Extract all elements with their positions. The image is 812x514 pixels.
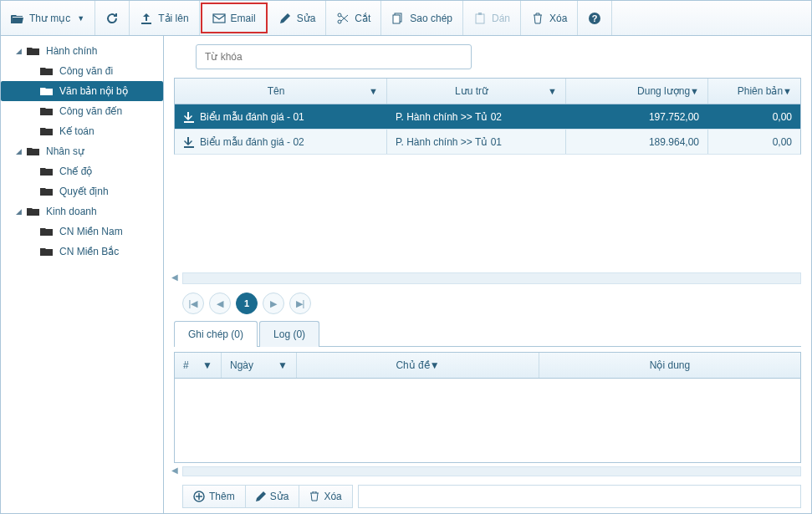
notes-col-date[interactable]: Ngày▼ [222, 353, 297, 378]
column-header-size[interactable]: Dung lượng▼ [566, 79, 708, 104]
pager-page-button[interactable]: 1 [236, 293, 258, 314]
svg-point-1 [338, 20, 341, 23]
folder-icon [26, 145, 41, 157]
folder-icon [39, 85, 54, 97]
notes-col-index[interactable]: #▼ [175, 353, 222, 378]
tree-node-van-ban-noi-bo[interactable]: Văn bản nội bộ [1, 81, 163, 101]
tree-node-hanh-chinh[interactable]: ◢ Hành chính [1, 41, 163, 61]
tree-node-cn-mien-nam[interactable]: CN Miền Nam [1, 221, 163, 242]
table-row[interactable]: Biểu mẫu đánh giá - 01 P. Hành chính >> … [174, 104, 801, 130]
email-button[interactable]: Email [201, 3, 268, 33]
content-area: Tên▼ Lưu trữ▼ Dung lượng▼ Phiên bản▼ Biể… [164, 36, 811, 513]
tree-node-ke-toan[interactable]: Kế toán [1, 121, 163, 141]
note-input[interactable] [358, 485, 801, 508]
filter-icon[interactable]: ▼ [278, 359, 288, 371]
table-row[interactable]: Biểu mẫu đánh giá - 02 P. Hành chính >> … [174, 130, 801, 155]
folder-icon [39, 246, 54, 257]
delete-button[interactable]: Xóa [521, 1, 578, 35]
paste-icon [473, 12, 487, 25]
cell-size: 197.752,00 [649, 111, 699, 123]
delete-note-button[interactable]: Xóa [299, 485, 352, 508]
tree-label: Nhân sự [46, 145, 84, 157]
copy-label: Sao chép [410, 13, 452, 24]
tree-label: Kinh doanh [46, 206, 97, 217]
filter-icon[interactable]: ▼ [783, 86, 792, 96]
pager-first-button[interactable]: |◀ [182, 293, 204, 314]
scissors-icon [336, 12, 350, 25]
column-header-name[interactable]: Tên▼ [175, 79, 387, 104]
svg-point-2 [338, 13, 341, 17]
notes-horizontal-scrollbar[interactable] [182, 466, 801, 476]
filter-icon[interactable]: ▼ [202, 359, 212, 371]
notes-col-subject[interactable]: Chủ đề▼ [297, 353, 539, 378]
folder-icon [39, 125, 54, 137]
plus-circle-icon [193, 491, 205, 502]
tree-label: CN Miền Bắc [59, 246, 119, 257]
tree-label: Quyết định [59, 186, 109, 197]
filter-icon[interactable]: ▼ [369, 86, 378, 96]
download-icon[interactable] [183, 136, 195, 148]
refresh-icon [105, 12, 119, 25]
folder-open-icon [11, 12, 24, 25]
column-header-version[interactable]: Phiên bản▼ [708, 79, 800, 104]
delete-label: Xóa [549, 13, 567, 24]
edit-button[interactable]: Sửa [268, 1, 327, 35]
column-header-store[interactable]: Lưu trữ▼ [387, 79, 566, 104]
tab-log[interactable]: Log (0) [259, 321, 319, 347]
notes-grid: #▼ Ngày▼ Chủ đề▼ Nội dung [174, 352, 801, 463]
tree-label: CN Miền Nam [59, 226, 123, 237]
tree-node-cn-mien-bac[interactable]: CN Miền Bắc [1, 242, 163, 262]
search-input[interactable] [196, 44, 472, 69]
tree-node-nhan-su[interactable]: ◢ Nhân sự [1, 141, 163, 161]
cell-store: P. Hành chính >> Tủ 01 [396, 136, 502, 148]
collapse-icon[interactable]: ◢ [16, 207, 26, 216]
pager-prev-button[interactable]: ◀ [209, 293, 231, 314]
folder-menu-button[interactable]: Thư mục ▼ [1, 1, 95, 35]
tree-node-cong-van-den[interactable]: Công văn đến [1, 101, 163, 121]
filter-icon[interactable]: ▼ [430, 359, 440, 371]
tree-node-quyet-dinh[interactable]: Quyết định [1, 181, 163, 201]
upload-button[interactable]: Tải lên [130, 1, 199, 35]
tab-notes[interactable]: Ghi chép (0) [174, 321, 258, 347]
pager: |◀ ◀ 1 ▶ ▶| [164, 288, 811, 321]
edit-label: Sửa [297, 13, 316, 24]
main-toolbar: Thư mục ▼ Tải lên Email Sửa Cắt Sao ch [1, 1, 811, 36]
paste-button[interactable]: Dán [463, 1, 521, 35]
email-icon [212, 12, 226, 25]
cell-version: 0,00 [773, 111, 792, 123]
copy-icon [391, 12, 405, 25]
add-note-button[interactable]: Thêm [182, 485, 246, 508]
tree-label: Văn bản nội bộ [59, 85, 128, 97]
upload-icon [140, 12, 153, 25]
tree-node-che-do[interactable]: Chế độ [1, 161, 163, 181]
folder-icon [26, 206, 41, 217]
collapse-icon[interactable]: ◢ [16, 147, 26, 155]
tree-label: Công văn đến [59, 105, 122, 117]
notes-toolbar: Thêm Sửa Xóa [164, 481, 811, 513]
tree-label: Hành chính [46, 45, 97, 57]
detail-tabs: Ghi chép (0) Log (0) [174, 321, 801, 347]
pager-next-button[interactable]: ▶ [263, 293, 284, 314]
cell-size: 189.964,00 [649, 136, 699, 148]
folder-icon [39, 65, 54, 77]
download-icon[interactable] [183, 111, 195, 123]
edit-note-button[interactable]: Sửa [246, 485, 300, 508]
tree-node-kinh-doanh[interactable]: ◢ Kinh doanh [1, 201, 163, 221]
filter-icon[interactable]: ▼ [690, 86, 699, 96]
svg-rect-6 [478, 13, 482, 15]
collapse-icon[interactable]: ◢ [16, 47, 26, 55]
folder-icon [39, 165, 54, 177]
tree-label: Chế độ [59, 165, 92, 177]
horizontal-scrollbar[interactable] [182, 272, 801, 284]
tree-node-cong-van-di[interactable]: Công văn đi [1, 61, 163, 81]
notes-col-content[interactable]: Nội dung [539, 353, 800, 378]
trash-icon [531, 12, 544, 25]
help-button[interactable]: ? [578, 1, 612, 35]
copy-button[interactable]: Sao chép [381, 1, 463, 35]
email-label: Email [231, 13, 256, 24]
help-icon: ? [588, 12, 601, 25]
cut-button[interactable]: Cắt [326, 1, 381, 35]
pager-last-button[interactable]: ▶| [289, 293, 311, 314]
filter-icon[interactable]: ▼ [548, 86, 557, 96]
refresh-button[interactable] [95, 1, 130, 35]
